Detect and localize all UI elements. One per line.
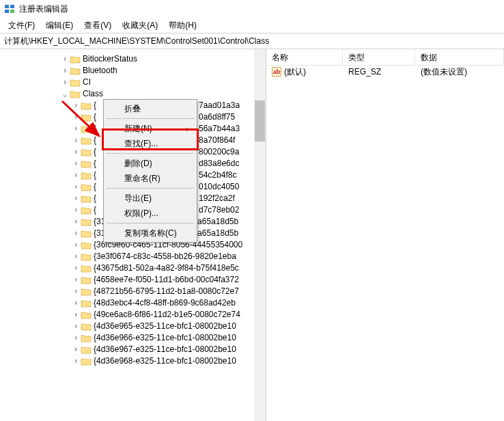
menu-favorites[interactable]: 收藏夹(A): [117, 18, 163, 33]
cm-find[interactable]: 查找(F)...: [105, 136, 195, 151]
tree-item[interactable]: CI: [0, 77, 266, 88]
tree-item[interactable]: {4d36e967-e325-11ce-bfc1-08002be10: [0, 344, 266, 355]
tree-item[interactable]: {48721b56-6795-11d2-b1a8-0080c72e7: [0, 286, 266, 297]
tree-item-label: {4d36e968-e325-11ce-bfc1-08002be10: [94, 355, 236, 367]
value-type: REG_SZ: [343, 67, 415, 77]
cm-rename[interactable]: 重命名(R): [105, 171, 195, 186]
value-name: (默认): [284, 66, 306, 78]
tree-item[interactable]: Class: [0, 88, 266, 100]
tree-item-label: {43675d81-502a-4a82-9f84-b75f418e5c: [94, 262, 239, 274]
chevron-right-icon[interactable]: [71, 355, 81, 367]
tree-item[interactable]: {3e3f0674-c83c-4558-bb26-9820e1eba: [0, 251, 266, 262]
chevron-right-icon[interactable]: [71, 228, 81, 239]
list-row[interactable]: ab (默认) REG_SZ (数值未设置): [266, 66, 504, 78]
chevron-right-icon[interactable]: [71, 332, 81, 344]
folder-icon: [81, 264, 92, 273]
tree-item-label: {: [94, 158, 96, 169]
tree-item-label: {: [94, 193, 96, 204]
tree-item-label-suffix: 54c2b4f8c: [199, 169, 236, 181]
chevron-right-icon[interactable]: [71, 216, 81, 228]
chevron-right-icon[interactable]: [71, 100, 81, 111]
chevron-right-icon[interactable]: [71, 181, 81, 193]
menu-view[interactable]: 查看(V): [79, 18, 117, 33]
tree-item-label: {4d36e967-e325-11ce-bfc1-08002be10: [94, 344, 236, 355]
chevron-right-icon[interactable]: [71, 123, 81, 135]
cm-permissions[interactable]: 权限(P)...: [105, 206, 195, 221]
tree-item-label: {: [94, 123, 96, 135]
svg-rect-1: [10, 5, 14, 8]
chevron-right-icon[interactable]: [71, 274, 81, 286]
window-title: 注册表编辑器: [19, 3, 68, 15]
tree-item-label: {: [94, 111, 96, 123]
folder-icon: [70, 66, 81, 76]
cm-delete[interactable]: 删除(D): [105, 156, 195, 171]
folder-icon: [70, 78, 81, 87]
folder-icon: [81, 287, 92, 297]
chevron-right-icon[interactable]: [71, 193, 81, 204]
col-header-data[interactable]: 数据: [415, 49, 504, 65]
chevron-right-icon[interactable]: [60, 65, 70, 77]
tree-item-label: {: [94, 204, 96, 216]
folder-icon: [81, 148, 92, 157]
folder-icon: [70, 55, 81, 64]
list-pane: 名称 类型 数据 ab (默认) REG_SZ (数值未设置): [266, 49, 504, 421]
cm-new[interactable]: 新建(N)▸: [105, 121, 195, 136]
folder-icon: [81, 310, 92, 320]
folder-icon: [81, 241, 92, 250]
chevron-right-icon[interactable]: [71, 135, 81, 146]
scroll-thumb[interactable]: [255, 100, 265, 141]
chevron-right-icon[interactable]: [71, 146, 81, 158]
tree-item[interactable]: {4d36e968-e325-11ce-bfc1-08002be10: [0, 355, 266, 367]
tree-item-label: {: [94, 100, 96, 111]
cm-collapse[interactable]: 折叠: [105, 101, 195, 116]
address-bar[interactable]: 计算机\HKEY_LOCAL_MACHINE\SYSTEM\ControlSet…: [0, 33, 504, 49]
tree-item-label: {48d3ebc4-4cf8-48ff-b869-9c68ad42eb: [94, 297, 236, 309]
menu-help[interactable]: 帮助(H): [163, 18, 202, 33]
tree-item[interactable]: Bluetooth: [0, 65, 266, 77]
folder-icon: [81, 229, 92, 239]
tree-item-label: BitlockerStatus: [83, 53, 137, 65]
folder-icon: [81, 334, 92, 343]
chevron-right-icon[interactable]: [71, 251, 81, 262]
folder-icon: [81, 206, 92, 215]
tree-item[interactable]: {43675d81-502a-4a82-9f84-b75f418e5c: [0, 262, 266, 274]
svg-rect-3: [10, 10, 14, 13]
cm-copykey[interactable]: 复制项名称(C): [105, 226, 195, 241]
tree-item[interactable]: {48d3ebc4-4cf8-48ff-b869-9c68ad42eb: [0, 297, 266, 309]
chevron-right-icon[interactable]: [71, 309, 81, 321]
tree-item[interactable]: BitlockerStatus: [0, 53, 266, 65]
chevron-right-icon[interactable]: [71, 239, 81, 251]
chevron-right-icon[interactable]: [71, 204, 81, 216]
menu-edit[interactable]: 编辑(E): [40, 18, 79, 33]
chevron-right-icon[interactable]: [71, 286, 81, 297]
chevron-right-icon[interactable]: [71, 158, 81, 169]
tree-item[interactable]: {49ce6ac8-6f86-11d2-b1e5-0080c72e74: [0, 309, 266, 321]
folder-icon: [81, 345, 92, 355]
chevron-down-icon[interactable]: [60, 88, 70, 100]
chevron-right-icon[interactable]: [71, 262, 81, 274]
tree-item[interactable]: {4658ee7e-f050-11d1-b6bd-00c04fa372: [0, 274, 266, 286]
tree-item-label: {: [94, 169, 96, 181]
chevron-right-icon[interactable]: [71, 321, 81, 332]
tree-item[interactable]: {4d36e965-e325-11ce-bfc1-08002be10: [0, 321, 266, 332]
tree-item[interactable]: {4d36e966-e325-11ce-bfc1-08002be10: [0, 332, 266, 344]
col-header-name[interactable]: 名称: [266, 49, 343, 65]
chevron-right-icon[interactable]: [71, 297, 81, 309]
tree-item-label-suffix: 56a7b44a3: [199, 123, 240, 135]
chevron-right-icon[interactable]: [71, 111, 81, 123]
cm-export[interactable]: 导出(E): [105, 191, 195, 206]
chevron-right-icon[interactable]: [71, 344, 81, 355]
chevron-right-icon[interactable]: [60, 53, 70, 65]
chevron-right-icon[interactable]: [60, 77, 70, 88]
menubar: 文件(F) 编辑(E) 查看(V) 收藏夹(A) 帮助(H): [0, 18, 504, 33]
folder-icon: [81, 275, 92, 285]
folder-icon: [81, 299, 92, 308]
menu-file[interactable]: 文件(F): [3, 18, 40, 33]
folder-icon: [81, 124, 92, 134]
chevron-right-icon[interactable]: [71, 169, 81, 181]
folder-icon: [81, 357, 92, 366]
col-header-type[interactable]: 类型: [343, 49, 415, 65]
tree-vscrollbar[interactable]: [254, 49, 266, 421]
tree-item-label: {48721b56-6795-11d2-b1a8-0080c72e7: [94, 286, 239, 297]
context-menu: 折叠 新建(N)▸ 查找(F)... 删除(D) 重命名(R) 导出(E) 权限…: [103, 99, 197, 243]
